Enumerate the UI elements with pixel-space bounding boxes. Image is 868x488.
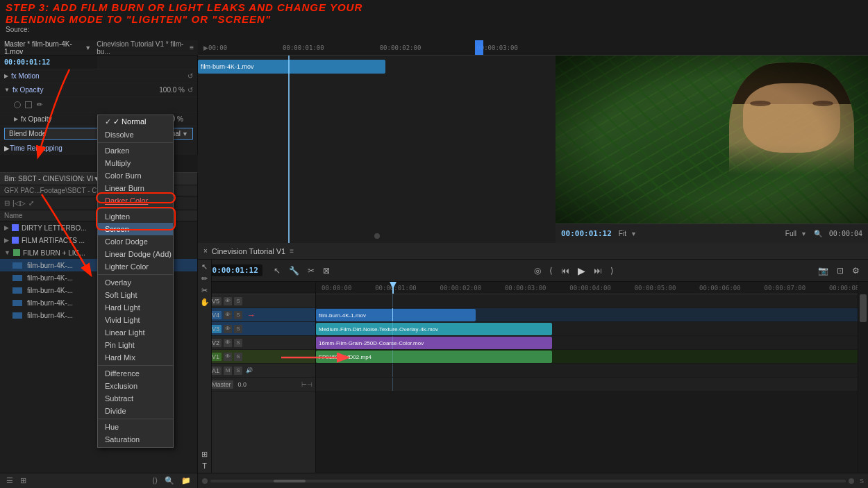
opacity-square-icon[interactable] [25, 101, 32, 108]
blend-dissolve[interactable]: Dissolve [98, 128, 173, 141]
blend-color-burn[interactable]: Color Burn [98, 169, 173, 182]
bin-label[interactable]: Bin: SBCT - CINEVISION: VI▼ [4, 175, 100, 183]
blend-divider-3 [98, 274, 173, 275]
v2-clip-grain[interactable]: 16mm-Film-Grain-250D-Coarse-Color.mov [316, 337, 552, 349]
seq-settings-btn[interactable]: ⚙ [849, 264, 862, 277]
grid-icon[interactable]: ⊞ [18, 476, 28, 486]
tool-text[interactable]: T [202, 462, 207, 470]
blend-lighten[interactable]: Lighten [98, 210, 173, 223]
output-btn[interactable]: ⊡ [834, 264, 846, 277]
tool-zoom[interactable]: ⊞ [201, 450, 208, 459]
blend-pin-light[interactable]: Pin Light [98, 339, 173, 351]
track-v3[interactable]: 🔒 V3 👁 S [198, 322, 315, 336]
bottom-circle-left[interactable] [202, 478, 208, 484]
track-a1[interactable]: 🔒 A1 M S 🔊 [198, 364, 315, 378]
a1-s[interactable]: S [234, 367, 242, 375]
blend-lighter-color[interactable]: Lighter Color [98, 260, 173, 273]
blend-divide[interactable]: Divide [98, 405, 173, 417]
annotation-line2: BLENDING MODE TO "LIGHTEN" OR "SCREEN" [6, 13, 862, 25]
v1-clip-main[interactable]: FP015876MD02.mp4 [316, 351, 552, 363]
v3-clip-dirt[interactable]: Medium-Film-Dirt-Noise-Texture-Overlay-4… [316, 323, 552, 335]
filter-icon[interactable]: ⊟ [4, 199, 10, 207]
blend-saturation[interactable]: Saturation [98, 433, 173, 446]
blend-linear-burn[interactable]: Linear Burn [98, 182, 173, 194]
v5-eye[interactable]: 👁 [224, 297, 232, 305]
freeform-icon[interactable]: ⟨⟩ [150, 476, 160, 486]
v3-solo[interactable]: S [234, 325, 242, 333]
blend-hard-light[interactable]: Hard Light [98, 301, 173, 314]
expand-all-icon[interactable]: ⤢ [28, 199, 34, 207]
blend-divider-5 [98, 419, 173, 419]
opacity-pen-icon[interactable]: ✏ [36, 101, 43, 108]
blend-darken[interactable]: Darken [98, 144, 173, 157]
add-marker-btn[interactable]: ◎ [531, 264, 544, 277]
bottom-circle-right[interactable] [849, 478, 854, 484]
nudge-left-btn[interactable]: ⟨ [546, 264, 556, 277]
blend-overlay[interactable]: Overlay [98, 276, 173, 289]
blend-normal[interactable]: ✓ Normal [98, 115, 173, 128]
ripple-tool[interactable]: 🔧 [286, 264, 302, 277]
quality-label[interactable]: Full [785, 230, 796, 237]
v1-playhead [392, 350, 393, 363]
search-icon[interactable]: 🔍 [162, 476, 176, 486]
opacity-header-row[interactable]: ▼ fx Opacity 100.0 % ↺ [0, 83, 197, 97]
blend-multiply[interactable]: Multiply [98, 157, 173, 169]
v3-eye[interactable]: 👁 [224, 325, 232, 333]
tool-hand[interactable]: ✋ [200, 298, 210, 307]
opacity-circle-icon[interactable] [14, 101, 21, 108]
timeline-scrollbar[interactable] [858, 282, 868, 473]
folder-icon[interactable]: 📁 [179, 476, 193, 486]
tool-select[interactable]: ↖ [201, 262, 208, 271]
motion-row[interactable]: ▶ fx Motion ↺ [0, 69, 197, 83]
master-dropdown-arrow[interactable]: ▼ [85, 44, 91, 51]
blend-linear-light[interactable]: Linear Light [98, 326, 173, 339]
fit-label[interactable]: Fit [619, 230, 626, 237]
blend-linear-dodge[interactable]: Linear Dodge (Add) [98, 248, 173, 260]
reset-bar [198, 233, 556, 239]
sequence-title: Cinevision Tutorial V1 * film-bu... [97, 40, 187, 56]
track-v5[interactable]: 🔒 V5 👁 S [198, 294, 315, 308]
track-master[interactable]: 🔒 Master 0.0 ⊢⊣ [198, 378, 315, 392]
v1-solo[interactable]: S [234, 353, 242, 361]
blend-soft-light[interactable]: Soft Light [98, 289, 173, 301]
blend-difference[interactable]: Difference [98, 367, 173, 380]
blend-darker-color[interactable]: Darker Color [98, 194, 173, 207]
blend-subtract[interactable]: Subtract [98, 392, 173, 405]
list-icon[interactable]: ☰ [4, 476, 15, 486]
preview-timecode: 00:00:01:12 [561, 229, 612, 238]
blend-hard-mix[interactable]: Hard Mix [98, 351, 173, 364]
blend-screen[interactable]: Screen [98, 223, 173, 235]
tool-razor[interactable]: ✂ [201, 286, 208, 295]
razor-tool[interactable]: ✂ [305, 264, 317, 277]
tool-pen[interactable]: ✏ [201, 274, 208, 283]
blend-hue[interactable]: Hue [98, 421, 173, 433]
slip-tool[interactable]: ⊠ [320, 264, 333, 277]
seq-menu-btn[interactable]: ≡ [290, 247, 294, 255]
v1-eye[interactable]: 👁 [224, 353, 232, 361]
nudge-right-btn[interactable]: ⟩ [608, 264, 617, 277]
blend-color-dodge[interactable]: Color Dodge [98, 235, 173, 248]
v4-solo[interactable]: S [234, 311, 242, 319]
v5-solo[interactable]: S [234, 297, 242, 305]
track-v1[interactable]: 🔒 V1 👁 S [198, 350, 315, 364]
blend-vivid-light[interactable]: Vivid Light [98, 314, 173, 326]
play-btn[interactable]: ▶ [575, 264, 588, 278]
track-v4[interactable]: 🔒 V4 👁 S → [198, 308, 315, 322]
go-next-btn[interactable]: ⏭ [591, 264, 605, 277]
track-v2[interactable]: 🔒 V2 👁 S [198, 336, 315, 350]
seq-timecode[interactable]: 00:00:01:12 [203, 264, 262, 276]
list-view-icon[interactable]: |◁▷ [12, 199, 26, 207]
blend-exclusion[interactable]: Exclusion [98, 380, 173, 392]
go-prev-btn[interactable]: ⏮ [558, 264, 572, 277]
blend-color[interactable]: Color [98, 446, 173, 448]
v4-eye[interactable]: 👁 [224, 311, 232, 319]
seq-close-btn[interactable]: × [203, 247, 208, 255]
camera-btn[interactable]: 📷 [815, 264, 831, 277]
select-tool[interactable]: ↖ [271, 264, 283, 277]
a1-m[interactable]: M [224, 367, 232, 375]
v2-eye[interactable]: 👁 [224, 339, 232, 347]
seq-menu-icon[interactable]: ≡ [190, 44, 194, 51]
v4-clip-burn[interactable]: film-burn-4K-1.mov [316, 309, 476, 321]
blend-divider-2 [98, 208, 173, 209]
v2-solo[interactable]: S [234, 339, 242, 347]
